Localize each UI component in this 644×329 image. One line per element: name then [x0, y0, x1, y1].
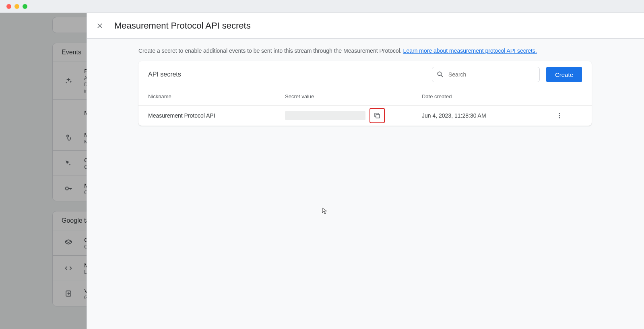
- col-nickname: Nickname: [148, 93, 285, 99]
- modal-body: Create a secret to enable additional eve…: [87, 39, 644, 126]
- modal-header: Measurement Protocol API secrets: [87, 13, 644, 39]
- svg-point-4: [559, 113, 560, 114]
- close-icon: [96, 22, 103, 29]
- traffic-light-zoom[interactable]: [23, 4, 27, 9]
- table-header: Nickname Secret value Date created: [138, 88, 592, 106]
- search-box[interactable]: [432, 67, 540, 82]
- row-menu-button[interactable]: [555, 111, 564, 120]
- mac-titlebar: [0, 0, 644, 13]
- more-vert-icon: [556, 112, 563, 119]
- svg-rect-3: [376, 114, 380, 118]
- traffic-light-close[interactable]: [6, 4, 11, 9]
- card-toolbar: API secrets Create: [138, 61, 592, 88]
- modal-title: Measurement Protocol API secrets: [114, 21, 251, 31]
- cell-nickname: Measurement Protocol API: [148, 112, 285, 119]
- card-title: API secrets: [148, 71, 181, 78]
- svg-point-6: [559, 117, 560, 118]
- cell-secret: [285, 108, 422, 123]
- copy-icon: [374, 112, 381, 119]
- learn-more-link[interactable]: Learn more about measurement protocol AP…: [403, 48, 537, 54]
- cell-date: Jun 4, 2023, 11:28:30 AM: [422, 112, 555, 119]
- background-scrim: [0, 13, 87, 329]
- search-icon: [436, 70, 444, 79]
- search-input[interactable]: [448, 71, 535, 78]
- api-secrets-card: API secrets Create Nickname Secret value…: [138, 61, 592, 126]
- close-button[interactable]: [95, 21, 105, 31]
- copy-highlight-box: [369, 108, 385, 123]
- copy-button[interactable]: [373, 111, 382, 120]
- create-button[interactable]: Create: [546, 67, 582, 82]
- intro-text: Create a secret to enable additional eve…: [138, 48, 592, 54]
- svg-point-5: [559, 115, 560, 116]
- intro-description: Create a secret to enable additional eve…: [138, 48, 403, 54]
- col-secret: Secret value: [285, 93, 422, 99]
- col-date: Date created: [422, 93, 555, 99]
- modal-panel: Measurement Protocol API secrets Create …: [87, 13, 644, 329]
- traffic-light-minimize[interactable]: [14, 4, 19, 9]
- secret-redacted: [285, 111, 365, 120]
- table-row: Measurement Protocol API Jun 4, 2023, 11…: [138, 106, 592, 126]
